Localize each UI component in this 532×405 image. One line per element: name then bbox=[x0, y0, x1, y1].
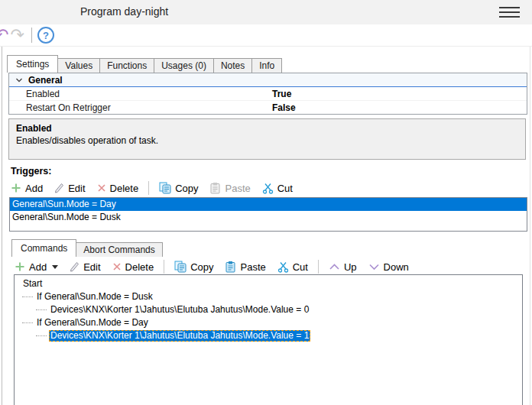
delete-command-button[interactable]: Delete bbox=[112, 261, 154, 273]
triggers-label: Triggers: bbox=[11, 166, 52, 177]
tab-values[interactable]: Values bbox=[57, 58, 100, 73]
property-value[interactable]: True bbox=[272, 89, 291, 99]
property-row-enabled[interactable]: Enabled True bbox=[9, 87, 527, 100]
page-title: Program day-night bbox=[80, 5, 168, 18]
hamburger-menu-icon[interactable] bbox=[499, 7, 520, 18]
commands-toolbar: Add Edit Delete Copy Pas bbox=[15, 258, 409, 275]
paste-trigger-button[interactable]: Paste bbox=[209, 182, 250, 194]
chevron-down-icon bbox=[368, 263, 380, 271]
tree-node-if-dusk[interactable]: If General\Sun.Mode = Dusk bbox=[15, 290, 522, 303]
tab-commands[interactable]: Commands bbox=[11, 239, 76, 257]
trigger-list-item[interactable]: General\Sun.Mode = Dusk bbox=[10, 211, 527, 224]
edit-command-button[interactable]: Edit bbox=[70, 261, 100, 273]
redo-icon: ↷ bbox=[10, 27, 24, 44]
help-icon[interactable]: ? bbox=[37, 27, 54, 44]
toolbar-separator bbox=[31, 28, 32, 43]
main-toolbar: ↶ ↷ ? bbox=[0, 24, 532, 47]
chevron-up-icon bbox=[329, 263, 340, 271]
property-grid: General Enabled True Restart On Retrigge… bbox=[8, 73, 527, 115]
tab-notes[interactable]: Notes bbox=[213, 58, 252, 73]
property-row-restart[interactable]: Restart On Retrigger False bbox=[9, 100, 527, 114]
add-command-button[interactable]: Add bbox=[15, 261, 58, 273]
x-icon bbox=[97, 183, 106, 193]
property-name: Restart On Retrigger bbox=[9, 102, 272, 113]
triggers-list: General\Sun.Mode = Day General\Sun.Mode … bbox=[9, 197, 527, 232]
tree-node-command-day[interactable]: Devices\KNX\Korter 1\Jahutus\Elutuba Jah… bbox=[15, 329, 522, 342]
tab-settings[interactable]: Settings bbox=[7, 55, 58, 73]
pencil-icon bbox=[54, 183, 64, 193]
plus-icon bbox=[11, 183, 21, 193]
program-editor-window: Program day-night ↶ ↷ ? Settings Values … bbox=[0, 0, 532, 405]
paste-icon bbox=[209, 182, 221, 194]
scissors-icon bbox=[262, 183, 274, 194]
title-bar: Program day-night bbox=[0, 0, 532, 24]
trigger-list-item[interactable]: General\Sun.Mode = Day bbox=[10, 198, 527, 211]
copy-icon bbox=[159, 182, 171, 194]
scissors-icon bbox=[277, 261, 289, 273]
paste-command-button[interactable]: Paste bbox=[225, 261, 265, 273]
add-trigger-button[interactable]: Add bbox=[11, 183, 43, 194]
tree-connector bbox=[36, 309, 47, 310]
tab-functions[interactable]: Functions bbox=[99, 58, 154, 73]
description-text: Enables/disables operation of task. bbox=[16, 135, 158, 146]
tab-usages[interactable]: Usages (0) bbox=[154, 58, 214, 73]
commands-tabstrip: Commands Abort Commands bbox=[11, 239, 163, 257]
copy-icon bbox=[174, 261, 187, 273]
chevron-down-icon bbox=[15, 76, 23, 83]
move-up-button[interactable]: Up bbox=[329, 261, 357, 273]
x-icon bbox=[112, 262, 122, 271]
triggers-toolbar: Add Edit Delete Copy Paste Cut bbox=[11, 180, 293, 196]
undo-icon[interactable]: ↶ bbox=[0, 27, 8, 44]
settings-tab-page: Settings Values Functions Usages (0) Not… bbox=[2, 47, 530, 405]
property-group-general[interactable]: General bbox=[9, 73, 527, 87]
tree-connector bbox=[22, 296, 33, 297]
tab-abort-commands[interactable]: Abort Commands bbox=[76, 242, 162, 257]
dropdown-caret-icon bbox=[52, 265, 58, 269]
commands-tree: Start If General\Sun.Mode = Dusk Devices… bbox=[14, 274, 523, 405]
commands-tab-control: Commands Abort Commands Add Edit Delete bbox=[8, 239, 527, 405]
copy-command-button[interactable]: Copy bbox=[174, 261, 213, 273]
property-value[interactable]: False bbox=[272, 102, 296, 113]
toolbar-separator bbox=[318, 260, 319, 274]
delete-trigger-button[interactable]: Delete bbox=[97, 183, 139, 194]
property-group-label: General bbox=[28, 75, 63, 86]
toolbar-separator bbox=[148, 181, 149, 195]
paste-icon bbox=[225, 261, 236, 273]
tree-node-start[interactable]: Start bbox=[15, 277, 522, 290]
description-title: Enabled bbox=[16, 123, 525, 134]
move-down-button[interactable]: Down bbox=[368, 261, 409, 273]
copy-trigger-button[interactable]: Copy bbox=[159, 182, 198, 194]
tree-connector bbox=[36, 335, 47, 336]
tree-node-command-dusk[interactable]: Devices\KNX\Korter 1\Jahutus\Elutuba Jah… bbox=[15, 303, 522, 316]
cut-trigger-button[interactable]: Cut bbox=[262, 183, 293, 194]
tree-node-if-day[interactable]: If General\Sun.Mode = Day bbox=[15, 316, 522, 329]
tab-info[interactable]: Info bbox=[251, 58, 282, 73]
main-tabstrip: Settings Values Functions Usages (0) Not… bbox=[7, 55, 282, 73]
toolbar-separator bbox=[164, 260, 164, 274]
cut-command-button[interactable]: Cut bbox=[277, 261, 308, 273]
tree-connector bbox=[22, 322, 33, 323]
property-name: Enabled bbox=[9, 89, 272, 99]
plus-icon bbox=[15, 261, 25, 272]
property-description-panel: Enabled Enables/disables operation of ta… bbox=[8, 118, 526, 160]
pencil-icon bbox=[70, 261, 79, 272]
edit-trigger-button[interactable]: Edit bbox=[54, 183, 85, 194]
